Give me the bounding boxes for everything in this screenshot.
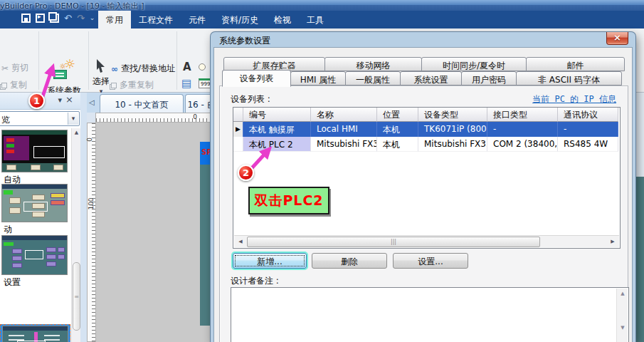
thumbnail-preview bbox=[2, 326, 68, 342]
tab-general-properties[interactable]: 一般属性 bbox=[345, 71, 401, 86]
double-click-plc2-tip: 双击PLC2 bbox=[248, 187, 329, 214]
copy-button[interactable]: 复制 bbox=[1, 79, 27, 91]
header-protocol[interactable]: 通讯协议 bbox=[558, 108, 618, 122]
cell-no: 本机 PLC 2 bbox=[243, 137, 311, 152]
cut-button[interactable]: ✂ 剪切 bbox=[1, 62, 28, 74]
multi-copy-button[interactable]: 多重复制 bbox=[111, 79, 154, 91]
tab-cellular-network[interactable]: 移动网络 bbox=[324, 57, 422, 71]
tab-hmi-properties[interactable]: HMI 属性 bbox=[290, 71, 346, 86]
cell-protocol: RS485 4W bbox=[558, 137, 618, 152]
window-title: yBuilder Pro : DEMO - [19 - 输入输出 ] bbox=[0, 1, 144, 11]
panel-scrollbar[interactable]: ▲ ≡ bbox=[71, 128, 80, 342]
tab-nav-left-icon[interactable]: ◁ bbox=[89, 98, 95, 106]
device-settings-button[interactable]: 设置... bbox=[393, 253, 468, 269]
scrollbar-thumb[interactable]: ||| bbox=[247, 237, 540, 247]
scroll-left-icon[interactable]: ◀ bbox=[235, 237, 246, 247]
horizontal-ruler: 0 bbox=[95, 113, 211, 123]
ruler-zero-label: 0 bbox=[193, 113, 197, 120]
right-edge-screen-fragment bbox=[635, 177, 644, 342]
preview-mode-combobox[interactable]: 览 ▾ bbox=[0, 111, 80, 126]
header-no[interactable]: 编号 bbox=[243, 108, 311, 122]
title-bar: yBuilder Pro : DEMO - [19 - 输入输出 ] bbox=[0, 0, 644, 11]
cursor-arrow-icon bbox=[96, 59, 107, 73]
notes-scrollbar[interactable]: ▲ ▼ bbox=[616, 289, 628, 342]
table-horizontal-scrollbar[interactable]: ◀ ▶ ||| bbox=[234, 235, 619, 247]
thumbnail-manual[interactable]: 动 bbox=[1, 184, 68, 222]
scroll-up-icon[interactable]: ▲ bbox=[617, 289, 628, 299]
tab-device-list[interactable]: 设备列表 bbox=[222, 70, 291, 87]
row-marker-cell bbox=[233, 137, 243, 152]
save-icon[interactable] bbox=[21, 14, 31, 23]
table-row-local-hmi[interactable]: ▶ 本机 触摸屏 Local HMI 本机 TK6071iP (800... -… bbox=[233, 122, 620, 137]
find-replace-address-button[interactable]: ∞ 查找/替换地址 bbox=[111, 63, 175, 75]
quick-access-toolbar: ↶ ↷ ⌄ bbox=[21, 14, 95, 23]
thumbnail-label: 设置 bbox=[4, 276, 21, 289]
table-row-plc2[interactable]: 本机 PLC 2 Mitsubishi FX3... 本机 Mitsubishi… bbox=[233, 137, 620, 152]
dialog-close-button[interactable]: × bbox=[606, 32, 628, 45]
delete-device-button[interactable]: 删除 bbox=[312, 253, 387, 269]
multi-copy-icon bbox=[111, 83, 117, 88]
scrollbar-thumb[interactable]: ≡ bbox=[73, 262, 80, 331]
cell-interface: - bbox=[487, 122, 558, 137]
copy-label: 复制 bbox=[10, 79, 27, 91]
header-interface[interactable]: 接口类型 bbox=[487, 108, 558, 122]
screen-object-fragment[interactable]: SP_ bbox=[200, 142, 211, 165]
window-tab-chinese-home[interactable]: 10 - 中文首页 bbox=[100, 94, 184, 113]
header-marker-cell bbox=[233, 108, 243, 122]
panel-menu-icon[interactable]: ▾ bbox=[58, 95, 62, 105]
thumbnail-label: 动 bbox=[4, 224, 12, 236]
cell-location: 本机 bbox=[377, 122, 418, 137]
dialog-tab-row-1: 扩展存贮器 移动网络 时间同步/夏令时 邮件 bbox=[223, 57, 624, 71]
cell-name: Local HMI bbox=[311, 122, 377, 137]
tab-system-settings[interactable]: 系统设置 bbox=[400, 71, 462, 86]
ribbon-tab-objects[interactable]: 元件 bbox=[181, 11, 213, 28]
compile-run-icon[interactable] bbox=[36, 14, 45, 23]
header-device-type[interactable]: 设备类型 bbox=[418, 108, 487, 122]
panel-close-icon[interactable]: × bbox=[65, 94, 73, 105]
header-location[interactable]: 位置 bbox=[377, 108, 418, 122]
panel-splitter[interactable] bbox=[80, 93, 87, 342]
device-list-label: 设备列表 : bbox=[231, 93, 270, 105]
tab-user-password[interactable]: 用户密码 bbox=[461, 71, 517, 86]
cell-name: Mitsubishi FX3... bbox=[311, 137, 377, 152]
ribbon-tab-strip: ↶ ↷ ⌄ 常用 工程文件 元件 资料/历史 检视 工具 bbox=[0, 11, 644, 28]
undo-icon[interactable]: ↶ bbox=[64, 14, 72, 23]
thumbnail-auto[interactable]: 自动 bbox=[1, 130, 68, 172]
window-tab-bar: ◁ 10 - 中文首页 16 - 自动 bbox=[87, 93, 211, 113]
thumbnail-settings[interactable]: 设置 bbox=[1, 235, 68, 275]
header-name[interactable]: 名称 bbox=[311, 108, 377, 122]
scroll-down-icon[interactable]: ▼ bbox=[617, 323, 628, 333]
lamp-object-icon[interactable] bbox=[199, 61, 206, 73]
redo-icon[interactable]: ↷ bbox=[77, 14, 85, 23]
designer-notes-textarea[interactable]: ▲ ▼ bbox=[231, 287, 629, 342]
ribbon-tab-data-history[interactable]: 资料/历史 bbox=[213, 11, 266, 28]
text-object-icon[interactable]: A bbox=[183, 61, 191, 73]
combobox-dropdown-icon[interactable]: ▾ bbox=[68, 113, 78, 125]
qat-dropdown-icon[interactable]: ⌄ bbox=[90, 14, 95, 23]
thumbnail-io-selected[interactable]: 输入输出 bbox=[0, 324, 70, 342]
current-pc-ip-link[interactable]: 当前 PC 的 IP 信息 bbox=[532, 93, 616, 105]
ribbon-tab-project[interactable]: 工程文件 bbox=[131, 11, 181, 28]
designer-notes-label: 设计者备注 : bbox=[231, 275, 279, 287]
combobox-value: 览 bbox=[1, 114, 10, 126]
design-canvas[interactable] bbox=[96, 123, 211, 342]
add-device-button[interactable]: 新增... bbox=[233, 253, 307, 269]
list-object-icon[interactable]: ▤ bbox=[181, 77, 191, 90]
tab-email[interactable]: 邮件 bbox=[526, 57, 625, 71]
dialog-title: 系统参数设置 bbox=[219, 35, 270, 47]
select-label: 选择 bbox=[91, 76, 111, 88]
ribbon-tab-home[interactable]: 常用 bbox=[98, 11, 131, 28]
tab-non-ascii-fonts[interactable]: 非 ASCII 码字体 bbox=[516, 71, 622, 86]
window-icon[interactable] bbox=[50, 14, 59, 23]
tab-extended-memory[interactable]: 扩展存贮器 bbox=[223, 57, 325, 71]
scroll-right-icon[interactable]: ▶ bbox=[607, 237, 618, 247]
scissors-icon: ✂ bbox=[1, 63, 9, 73]
ribbon-tab-tools[interactable]: 工具 bbox=[299, 11, 332, 28]
ribbon-tab-view[interactable]: 检视 bbox=[266, 11, 299, 28]
tab-time-sync-dst[interactable]: 时间同步/夏令时 bbox=[421, 57, 527, 71]
find-replace-label: 查找/替换地址 bbox=[121, 63, 175, 75]
cell-location: 本机 bbox=[377, 137, 418, 152]
cell-interface: COM 2 (38400,... bbox=[487, 137, 558, 152]
ribbon-separator bbox=[38, 31, 39, 90]
ruler-zero-label: 0 bbox=[86, 138, 93, 142]
